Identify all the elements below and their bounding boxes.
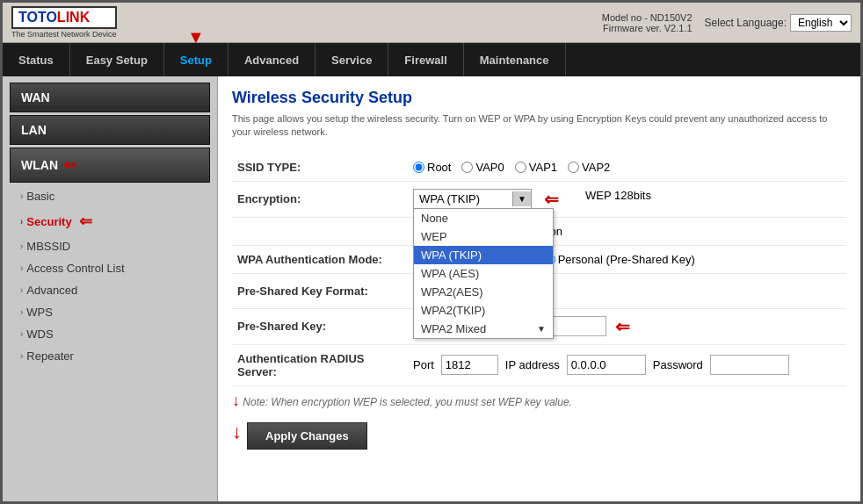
enc-option-none[interactable]: None: [414, 209, 553, 227]
language-selector: Select Language: English: [705, 14, 852, 32]
enc-option-wpa-tkip[interactable]: WPA (TKIP): [414, 246, 553, 264]
sidebar-btn-wlan[interactable]: WLAN ⇐: [10, 148, 210, 183]
down-arrow-note: ↓: [232, 392, 240, 409]
sidebar-item-repeater[interactable]: › Repeater: [3, 345, 217, 367]
chevron-icon: ›: [20, 217, 23, 227]
encryption-arrow-icon: ⇐: [544, 189, 559, 210]
encryption-row: Encryption: WPA (TKIP) ▼ None: [232, 181, 846, 217]
note-text: ↓ Note: When encryption WEP is selected,…: [232, 386, 846, 415]
ssid-vap2-option[interactable]: VAP2: [568, 161, 610, 174]
ssid-vap0-radio[interactable]: [461, 162, 473, 173]
lang-label: Select Language:: [705, 17, 787, 29]
brand-area: TOTOLINK The Smartest Network Device: [11, 6, 117, 39]
nav-status[interactable]: Status: [3, 43, 70, 76]
firmware-info: Firmware ver. V2.1.1: [603, 23, 692, 33]
brand-logo: TOTOLINK: [11, 6, 117, 29]
chevron-icon: ›: [20, 191, 23, 201]
radius-password-input[interactable]: [710, 355, 789, 375]
brand-sub: The Smartest Network Device: [11, 30, 117, 39]
chevron-icon: ›: [20, 329, 23, 339]
radius-port-label: Port: [413, 358, 434, 371]
nav-maintenance[interactable]: Maintenance: [464, 43, 566, 76]
top-bar: TOTOLINK The Smartest Network Device Mod…: [3, 3, 860, 43]
settings-form: SSID TYPE: Root VAP0 VAP1: [232, 154, 846, 386]
enc-option-wpa2-tkip[interactable]: WPA2(TKIP): [414, 301, 553, 320]
language-dropdown[interactable]: English: [790, 14, 852, 32]
nav-setup[interactable]: ▼ Setup: [164, 43, 228, 76]
brand-toto: TOTO: [18, 10, 57, 25]
encryption-row-content: WPA (TKIP) ▼ None WEP WPA (TKIP) WPA (AE…: [413, 189, 841, 210]
sidebar: WAN LAN WLAN ⇐ › Basic › Security ⇐ › MB…: [3, 76, 218, 501]
sidebar-item-acl[interactable]: › Access Control List: [3, 257, 217, 279]
nav-advanced[interactable]: Advanced: [228, 43, 315, 76]
ssid-vap1-option[interactable]: VAP1: [515, 161, 557, 174]
apply-area: ↓ Apply Changes: [232, 415, 846, 450]
nav-easy-setup[interactable]: Easy Setup: [70, 43, 164, 76]
chevron-icon: ›: [20, 263, 23, 273]
content-area: Wireless Security Setup This page allows…: [218, 76, 860, 501]
wpa-auth-label: WPA Authentication Mode:: [232, 245, 408, 273]
radius-row: Authentication RADIUS Server: Port IP ad…: [232, 344, 846, 385]
nav-bar: Status Easy Setup ▼ Setup Advanced Servi…: [3, 43, 860, 76]
encryption-select-wrap: WPA (TKIP) ▼ None WEP WPA (TKIP) WPA (AE…: [413, 189, 532, 209]
psk-arrow-icon: ⇐: [615, 316, 630, 337]
model-info: Model no - ND150V2: [602, 12, 693, 23]
nav-service[interactable]: Service: [315, 43, 388, 76]
sidebar-item-wps[interactable]: › WPS: [3, 301, 217, 323]
sidebar-item-wds[interactable]: › WDS: [3, 323, 217, 345]
ssid-vap1-radio[interactable]: [515, 162, 526, 173]
dropdown-arrow-icon[interactable]: ▼: [512, 191, 531, 206]
ssid-vap2-radio[interactable]: [568, 162, 579, 173]
enc-option-wpa2-aes[interactable]: WPA2(AES): [414, 283, 553, 301]
page-title: Wireless Security Setup: [232, 89, 846, 107]
wep128-label: WEP 128bits: [585, 189, 651, 202]
chevron-icon: ›: [20, 351, 23, 361]
ssid-root-radio[interactable]: [413, 162, 424, 173]
enc-option-wep[interactable]: WEP: [414, 227, 553, 246]
main-area: WAN LAN WLAN ⇐ › Basic › Security ⇐ › MB…: [3, 76, 860, 501]
sidebar-btn-wan[interactable]: WAN: [10, 83, 210, 112]
radius-label: Authentication RADIUS Server:: [232, 344, 408, 385]
nav-firewall[interactable]: Firewall: [388, 43, 463, 76]
radius-inputs: Port IP address Password: [413, 355, 841, 375]
sidebar-item-security[interactable]: › Security ⇐: [3, 207, 217, 235]
chevron-icon: ›: [20, 307, 23, 317]
encryption-dropdown: None WEP WPA (TKIP) WPA (AES) WPA2(AES) …: [413, 208, 554, 339]
ssid-options: Root VAP0 VAP1 VAP2: [413, 161, 841, 174]
enc-option-wpa2-mixed[interactable]: WPA2 Mixed ▼: [414, 320, 553, 338]
chevron-icon: ›: [20, 241, 23, 251]
security-arrow-icon: ⇐: [79, 212, 92, 231]
encryption-label: Encryption:: [232, 181, 408, 217]
brand-link: LINK: [57, 10, 90, 25]
sidebar-item-advanced[interactable]: › Advanced: [3, 279, 217, 301]
encryption-value: WPA (TKIP): [414, 190, 512, 208]
psk-format-label: Pre-Shared Key Format:: [232, 273, 408, 308]
auth-personal-option[interactable]: Personal (Pre-Shared Key): [544, 253, 695, 266]
chevron-icon: ›: [20, 285, 23, 295]
page-description: This page allows you setup the wireless …: [232, 112, 846, 140]
ssid-label: SSID TYPE:: [232, 154, 408, 182]
ssid-type-row: SSID TYPE: Root VAP0 VAP1: [232, 154, 846, 182]
apply-button[interactable]: Apply Changes: [247, 422, 367, 450]
radius-ip-input[interactable]: [567, 355, 646, 375]
radius-ip-label: IP address: [505, 358, 560, 371]
sidebar-btn-lan[interactable]: LAN: [10, 115, 210, 145]
sidebar-item-basic[interactable]: › Basic: [3, 185, 217, 207]
ssid-root-option[interactable]: Root: [413, 161, 451, 174]
radius-pwd-label: Password: [653, 358, 703, 371]
wpa2-mixed-arrow: ▼: [537, 324, 546, 334]
wlan-arrow-icon: ⇐: [63, 155, 76, 175]
radius-port-input[interactable]: [441, 355, 498, 375]
psk-label: Pre-Shared Key:: [232, 308, 408, 344]
ssid-vap0-option[interactable]: VAP0: [461, 161, 504, 174]
enc-option-wpa-aes[interactable]: WPA (AES): [414, 264, 553, 283]
apply-down-arrow-icon: ↓: [232, 421, 242, 443]
sidebar-item-mbssid[interactable]: › MBSSID: [3, 235, 217, 257]
